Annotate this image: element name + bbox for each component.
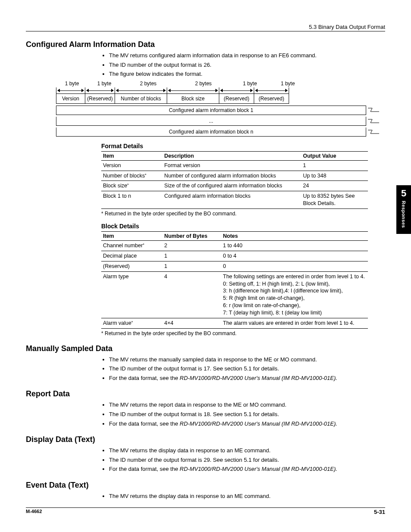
- bullet-item: The MV returns the display data in respo…: [109, 492, 385, 500]
- bullet-item: The ID number of the output format is 29…: [109, 456, 385, 464]
- diagram-cell: Block size: [167, 93, 219, 104]
- table-row: Version Format version 1: [101, 160, 368, 171]
- cell: Version: [101, 160, 162, 171]
- diagram-cell: (Reserved): [85, 93, 115, 104]
- subsection-title: Format Details: [101, 143, 368, 149]
- bullet-item: For the data format, see the RD-MV1000/R…: [109, 374, 385, 382]
- cell: Decimal place: [101, 251, 162, 261]
- cell: Alarm value*: [101, 318, 162, 328]
- table-row: Alarm value* 4×4 The alarm values are en…: [101, 318, 368, 328]
- footer-left: M-4662: [26, 509, 42, 515]
- cell: Format version: [162, 160, 301, 171]
- bullet-list: The MV returns the manually sampled data…: [101, 356, 385, 382]
- cell: 4: [162, 271, 221, 318]
- bullet-list: The MV returns configured alarm informat…: [101, 52, 385, 78]
- table-footnote: * Returned in the byte order specified b…: [101, 211, 368, 217]
- cell: 4×4: [162, 318, 221, 328]
- table-header: Output Value: [301, 151, 368, 160]
- bullet-item: The ID number of the output format is 17…: [109, 365, 385, 373]
- table-footnote: * Returned in the byte order specified b…: [101, 330, 368, 336]
- cell: Up to 8352 bytes See Block Details.: [301, 191, 368, 209]
- cell: Alarm type: [101, 271, 162, 318]
- table-header: Item: [101, 232, 162, 241]
- cell: The following settings are entered in or…: [221, 271, 368, 318]
- size-label: 1 byte: [56, 81, 88, 87]
- bullet-item: The MV returns configured alarm informat…: [109, 52, 385, 59]
- cell: Block size*: [101, 181, 162, 191]
- bullet-list: The MV returns the report data in respon…: [101, 401, 385, 427]
- cell: Configured alarm information blocks: [162, 191, 301, 209]
- cell: 1: [162, 251, 221, 261]
- cell: (Reserved): [101, 261, 162, 271]
- table-row: Block size* Size of the of configured al…: [101, 181, 368, 191]
- continuation-icon: [368, 106, 379, 113]
- table-row: Channel number* 2 1 to 440: [101, 241, 368, 251]
- size-label: 1 byte: [269, 81, 307, 87]
- diagram-cell: Number of blocks: [115, 93, 167, 104]
- section-title: Report Data: [26, 389, 385, 398]
- bullet-item: For the data format, see the RD-MV1000/R…: [109, 420, 385, 428]
- cell: 1: [162, 261, 221, 271]
- section-title: Event Data (Text): [26, 481, 385, 490]
- bullet-item: The MV returns the report data in respon…: [109, 401, 385, 409]
- cell: Number of configured alarm information b…: [162, 171, 301, 181]
- block-details-table: Item Number of Bytes Notes Channel numbe…: [101, 231, 368, 329]
- cell: Number of blocks*: [101, 171, 162, 181]
- diagram-cell: (Reserved): [254, 93, 289, 104]
- cell: Block 1 to n: [101, 191, 162, 209]
- cell: Channel number*: [101, 241, 162, 251]
- cell: Size of the of configured alarm informat…: [162, 181, 301, 191]
- bullet-item: The MV returns the manually sampled data…: [109, 356, 385, 364]
- table-header: Number of Bytes: [162, 232, 221, 241]
- bullet-item: The MV returns the display data in respo…: [109, 447, 385, 454]
- cell: 1 to 440: [221, 241, 368, 251]
- bullet-list: The MV returns the display data in respo…: [101, 492, 385, 500]
- diagram-cell: Version: [56, 93, 85, 104]
- section-title: Configured Alarm Information Data: [26, 40, 385, 49]
- bullet-item: For the data format, see the RD-MV1000/R…: [109, 465, 385, 473]
- bullet-item: The ID number of the output format is 26…: [109, 61, 385, 69]
- cell: The alarm values are entered in order fr…: [221, 318, 368, 328]
- table-header: Notes: [221, 232, 368, 241]
- page-footer: M-4662 5-31: [26, 507, 385, 515]
- bullet-item: The ID number of the output format is 18…: [109, 411, 385, 418]
- diagram-block: ...: [56, 117, 366, 126]
- diagram-block: Configured alarm information block 1: [56, 106, 366, 115]
- continuation-icon: [368, 128, 379, 135]
- table-row: Decimal place 1 0 to 4: [101, 251, 368, 261]
- size-label: 2 bytes: [176, 81, 231, 87]
- cell: 1: [301, 160, 368, 171]
- size-label: 1 byte: [88, 81, 121, 87]
- section-title: Display Data (Text): [26, 435, 385, 444]
- subsection-title: Block Details: [101, 223, 368, 230]
- cell: Up to 348: [301, 171, 368, 181]
- diagram-block: Configured alarm information block n: [56, 128, 366, 137]
- cell: 0: [221, 261, 368, 271]
- cell: 2: [162, 241, 221, 251]
- footer-page-number: 5-31: [374, 509, 385, 515]
- table-row: Alarm type 4 The following settings are …: [101, 271, 368, 318]
- page-header: 5.3 Binary Data Output Format: [26, 24, 385, 31]
- format-diagram: 1 byte 1 byte 2 bytes 2 bytes 1 byte 1 b…: [56, 81, 368, 137]
- table-header: Description: [162, 151, 301, 160]
- table-row: Block 1 to n Configured alarm informatio…: [101, 191, 368, 209]
- bullet-item: The figure below indicates the format.: [109, 70, 385, 78]
- table-row: (Reserved) 1 0: [101, 261, 368, 271]
- format-details-table: Item Description Output Value Version Fo…: [101, 151, 368, 209]
- continuation-icon: [368, 118, 379, 124]
- size-label: 2 bytes: [121, 81, 176, 87]
- table-row: Number of blocks* Number of configured a…: [101, 171, 368, 181]
- diagram-cell: (Reserved): [219, 93, 254, 104]
- size-label: 1 byte: [231, 81, 269, 87]
- section-title: Manually Sampled Data: [26, 344, 385, 353]
- cell: 24: [301, 181, 368, 191]
- bullet-list: The MV returns the display data in respo…: [101, 447, 385, 473]
- table-header: Item: [101, 151, 162, 160]
- cell: 0 to 4: [221, 251, 368, 261]
